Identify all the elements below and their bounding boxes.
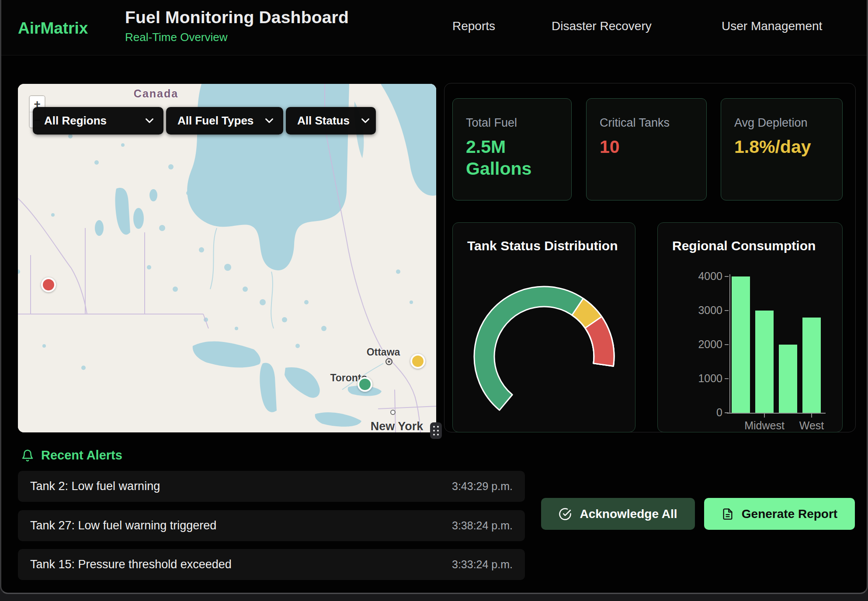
- resize-grip-handle[interactable]: [430, 422, 442, 439]
- stat-card-total-fuel: Total Fuel 2.5M Gallons: [452, 98, 572, 200]
- y-axis-tick-label: 0: [661, 406, 722, 419]
- bar-region-3: [779, 345, 797, 413]
- alerts-title: Recent Alerts: [41, 448, 122, 463]
- regions-dropdown-value: All Regions: [44, 114, 107, 128]
- alert-message: Tank 2: Low fuel warning: [30, 480, 160, 493]
- stat-label: Total Fuel: [466, 116, 558, 130]
- chevron-down-icon: [145, 118, 154, 124]
- alert-row[interactable]: Tank 15: Pressure threshold exceeded 3:3…: [18, 549, 525, 580]
- stat-value: 1.8%/day: [734, 136, 822, 158]
- regional-consumption-bar-chart: 40003000200010000MidwestWest: [658, 223, 842, 432]
- alerts-header: Recent Alerts: [21, 448, 122, 463]
- map-label-new-york: New York: [362, 420, 432, 432]
- x-axis-tick-label: Midwest: [744, 419, 785, 432]
- stat-value: 10: [600, 136, 687, 158]
- map-panel[interactable]: Canada Ottawa Toronto New York + − All R…: [18, 84, 436, 432]
- chevron-down-icon: [265, 118, 274, 124]
- alert-message: Tank 27: Low fuel warning triggered: [30, 519, 216, 532]
- app-logo: AirMatrix: [18, 19, 88, 38]
- y-axis-tick: [725, 378, 729, 379]
- status-dropdown-value: All Status: [297, 114, 350, 128]
- check-circle-icon: [559, 508, 572, 521]
- fuel-types-dropdown-value: All Fuel Types: [177, 114, 253, 128]
- map-marker-normal[interactable]: [358, 377, 372, 392]
- bar-West: [802, 318, 821, 413]
- x-axis-tick: [811, 414, 812, 418]
- y-axis-tick-label: 1000: [661, 372, 722, 385]
- acknowledge-all-button[interactable]: Acknowledge All: [541, 498, 695, 530]
- regions-dropdown[interactable]: All Regions: [33, 107, 163, 135]
- stat-value: 2.5M Gallons: [466, 136, 553, 180]
- alert-timestamp: 3:38:24 p.m.: [452, 519, 513, 532]
- map-marker-critical[interactable]: [41, 277, 56, 292]
- y-axis-line: [729, 274, 730, 414]
- tank-status-donut-chart: [453, 284, 636, 433]
- fuel-types-dropdown[interactable]: All Fuel Types: [166, 107, 283, 135]
- page-title: Fuel Monitoring Dashboard: [125, 8, 349, 27]
- map-label-canada: Canada: [121, 87, 191, 100]
- alert-row[interactable]: Tank 27: Low fuel warning triggered 3:38…: [18, 510, 525, 541]
- header: AirMatrix Fuel Monitoring Dashboard Real…: [1, 0, 867, 55]
- map-canvas: Canada Ottawa Toronto New York: [18, 84, 436, 432]
- stat-card-critical-tanks: Critical Tanks 10: [586, 98, 707, 200]
- y-axis-tick-label: 4000: [661, 270, 722, 283]
- nav-reports[interactable]: Reports: [452, 19, 495, 33]
- y-axis-tick-label: 3000: [661, 304, 722, 317]
- generate-report-button[interactable]: Generate Report: [704, 498, 855, 530]
- y-axis-tick: [725, 344, 729, 345]
- regional-consumption-card: Regional Consumption 40003000200010000Mi…: [657, 222, 843, 432]
- bell-icon: [21, 449, 34, 463]
- alert-row[interactable]: Tank 2: Low fuel warning 3:43:29 p.m.: [18, 471, 525, 502]
- bar-Midwest: [755, 311, 774, 413]
- bar-region-1: [732, 276, 750, 413]
- stat-label: Avg Depletion: [734, 116, 829, 130]
- chevron-down-icon: [361, 118, 370, 124]
- document-icon: [722, 508, 734, 521]
- stat-label: Critical Tanks: [600, 116, 693, 130]
- alert-timestamp: 3:33:24 p.m.: [452, 558, 513, 571]
- tank-status-card: Tank Status Distribution: [452, 222, 635, 432]
- alert-timestamp: 3:43:29 p.m.: [452, 480, 513, 493]
- acknowledge-all-label: Acknowledge All: [580, 507, 677, 521]
- stat-card-avg-depletion: Avg Depletion 1.8%/day: [721, 98, 843, 200]
- donut-chart-title: Tank Status Distribution: [467, 238, 618, 253]
- y-axis-tick-label: 2000: [661, 338, 722, 351]
- dashboard-window: AirMatrix Fuel Monitoring Dashboard Real…: [0, 0, 868, 594]
- map-label-ottawa: Ottawa: [357, 346, 410, 358]
- map-marker-warning[interactable]: [410, 354, 425, 369]
- page-subtitle: Real-Time Overview: [125, 31, 349, 44]
- x-axis-tick-label: West: [799, 419, 824, 432]
- generate-report-label: Generate Report: [742, 507, 837, 521]
- x-axis-tick: [764, 414, 765, 418]
- alert-message: Tank 15: Pressure threshold exceeded: [30, 558, 232, 571]
- nav-user-management[interactable]: User Management: [722, 19, 822, 33]
- y-axis-tick: [725, 310, 729, 311]
- nav-disaster-recovery[interactable]: Disaster Recovery: [552, 19, 652, 33]
- y-axis-tick: [725, 276, 729, 277]
- status-dropdown[interactable]: All Status: [286, 107, 376, 135]
- map-filters: All Regions All Fuel Types All Status: [33, 107, 376, 135]
